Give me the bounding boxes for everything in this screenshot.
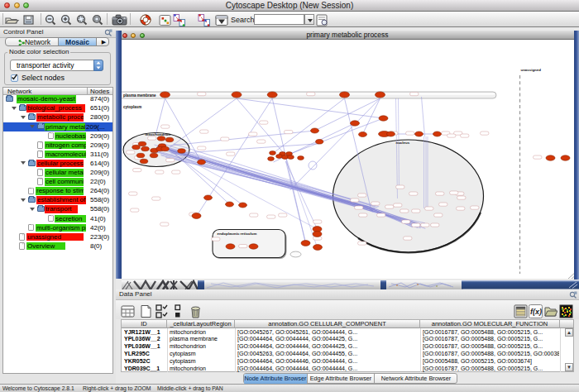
svg-text:unassigned: unassigned xyxy=(520,68,541,72)
svg-text:f(x): f(x) xyxy=(530,308,542,316)
svg-text:nucleus: nucleus xyxy=(395,141,409,145)
svg-text:mitochondrion: mitochondrion xyxy=(145,132,170,136)
svg-text:plasma membrane: plasma membrane xyxy=(123,93,156,98)
svg-text:endoplasmic reticulum: endoplasmic reticulum xyxy=(217,232,256,236)
svg-text:cytoplasm: cytoplasm xyxy=(123,105,141,109)
